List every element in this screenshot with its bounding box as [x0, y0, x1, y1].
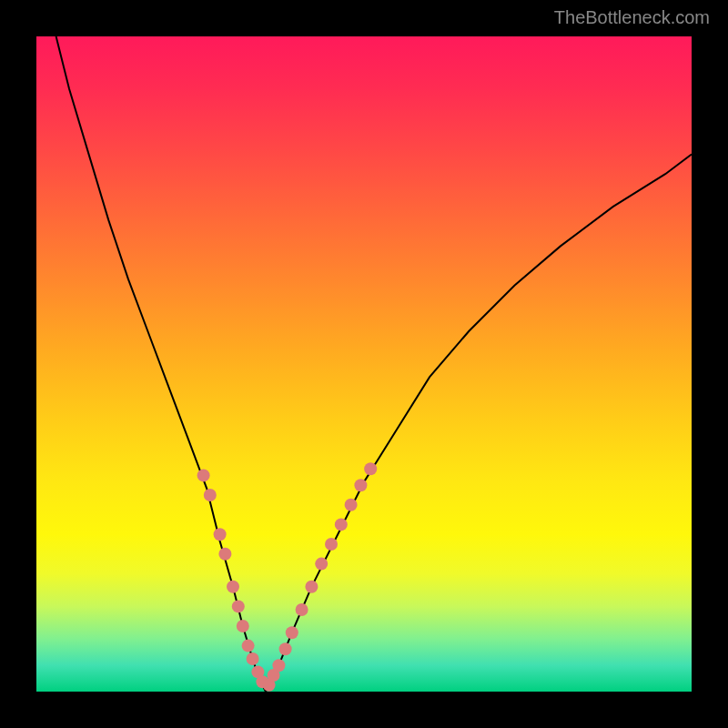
data-marker [286, 626, 298, 639]
data-marker [315, 558, 328, 571]
data-marker [335, 518, 348, 531]
curve-svg [36, 36, 692, 692]
data-marker [218, 548, 231, 561]
data-marker [242, 640, 255, 652]
right-data-markers [263, 462, 378, 692]
data-marker [227, 581, 239, 593]
data-marker [354, 479, 367, 491]
data-marker [237, 620, 249, 632]
chart-container: TheBottleneck.com [0, 0, 728, 728]
data-marker [325, 538, 338, 551]
data-marker [232, 600, 245, 612]
data-marker [305, 581, 318, 593]
data-marker [364, 462, 377, 475]
data-marker [247, 652, 259, 665]
left-branch [56, 36, 266, 692]
right-branch [266, 155, 692, 692]
data-marker [345, 499, 358, 511]
left-data-markers [197, 469, 269, 688]
data-marker [296, 603, 308, 616]
data-marker [197, 469, 210, 481]
data-marker [214, 528, 227, 541]
data-marker [204, 489, 217, 501]
plot-area [36, 36, 692, 692]
data-marker [279, 642, 292, 655]
data-marker [272, 659, 285, 672]
watermark: TheBottleneck.com [554, 7, 710, 28]
